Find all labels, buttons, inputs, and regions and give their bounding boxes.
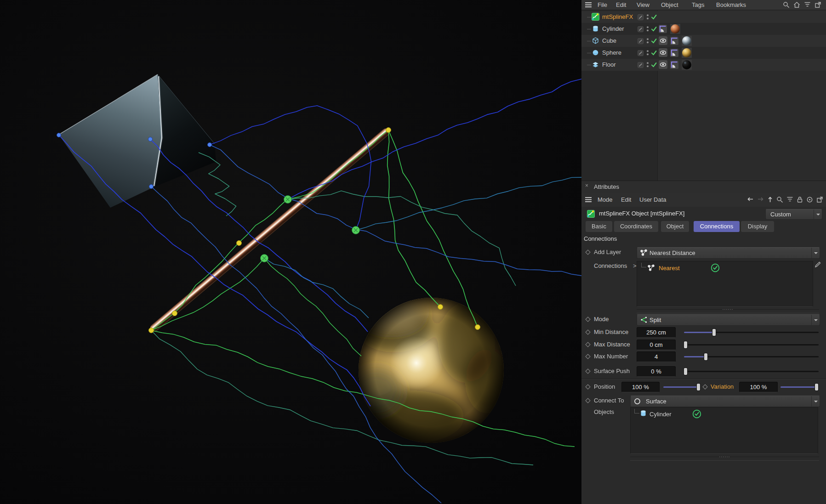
phong-tag-icon[interactable]	[670, 37, 678, 45]
enabled-check-icon[interactable]	[651, 26, 657, 32]
param-diamond[interactable]	[702, 384, 707, 389]
object-row-cube[interactable]: Cube	[581, 35, 826, 47]
phong-tag-icon[interactable]	[670, 49, 678, 57]
menu-bookmarks[interactable]: Bookmarks	[716, 0, 746, 10]
chevron-down-icon[interactable]	[814, 210, 822, 219]
menu-file[interactable]: File	[598, 0, 607, 10]
param-slider[interactable]	[684, 356, 819, 357]
hamburger-menu-icon[interactable]	[585, 2, 592, 8]
param-diamond[interactable]	[585, 354, 590, 359]
pencil-box-icon[interactable]	[638, 62, 644, 68]
chevron-down-icon[interactable]	[811, 315, 820, 325]
section-splitter[interactable]: ······	[637, 309, 819, 313]
pop-out-icon[interactable]	[816, 196, 823, 203]
object-name[interactable]: mtSplineFX	[602, 11, 633, 23]
enabled-check-icon[interactable]	[651, 50, 657, 56]
tab-connections[interactable]: Connections	[694, 221, 740, 232]
eye-icon[interactable]	[659, 48, 667, 57]
objects-item-cylinder[interactable]: Cylinder	[649, 411, 672, 418]
visibility-dots-icon[interactable]	[646, 38, 649, 44]
position-value[interactable]: 100 %	[621, 382, 660, 392]
pencil-box-icon[interactable]	[638, 38, 644, 44]
attr-menu-edit[interactable]: Edit	[621, 193, 631, 207]
param-diamond[interactable]	[585, 384, 590, 389]
position-slider-handle[interactable]	[697, 384, 700, 391]
hamburger-menu-icon[interactable]	[585, 197, 592, 203]
preset-dropdown[interactable]: Custom	[765, 209, 822, 220]
phong-tag-icon[interactable]	[670, 61, 678, 69]
tab-coordinates[interactable]: Coordinates	[614, 221, 658, 232]
material-black-icon[interactable]	[682, 60, 692, 70]
spline-endpoint-handle[interactable]	[475, 325, 480, 330]
object-row-cylinder[interactable]: Cylinder	[581, 23, 826, 35]
up-icon[interactable]	[767, 196, 773, 203]
enabled-check-icon[interactable]	[651, 38, 657, 44]
param-diamond[interactable]	[585, 398, 590, 403]
param-slider-handle[interactable]	[704, 353, 707, 360]
filter-icon[interactable]	[786, 196, 793, 203]
menu-view[interactable]: View	[637, 0, 649, 10]
home-icon[interactable]	[793, 1, 800, 8]
variation-value[interactable]: 100 %	[739, 382, 778, 392]
cube-point-handle[interactable]	[208, 143, 212, 147]
mtsplinefx-icon[interactable]	[592, 13, 599, 21]
pencil-box-icon[interactable]	[638, 26, 644, 32]
visibility-dots-icon[interactable]	[646, 26, 649, 32]
connection-layer-nearest[interactable]: Nearest	[659, 265, 680, 272]
eye-icon[interactable]	[659, 60, 667, 69]
menu-edit[interactable]: Edit	[616, 0, 626, 10]
mode-dropdown[interactable]: Split	[637, 314, 820, 326]
param-diamond[interactable]	[585, 329, 590, 334]
param-slider[interactable]	[684, 344, 819, 345]
sphere-icon[interactable]	[592, 49, 599, 57]
3d-viewport[interactable]	[0, 0, 581, 504]
back-icon[interactable]	[747, 196, 754, 203]
object-row-sphere[interactable]: Sphere	[581, 47, 826, 59]
material-silver-icon[interactable]	[682, 36, 692, 46]
eye-icon[interactable]	[659, 36, 667, 45]
visibility-dots-icon[interactable]	[646, 50, 649, 56]
enabled-check-circle-icon[interactable]	[692, 409, 701, 419]
param-diamond[interactable]	[585, 317, 590, 322]
edit-pencil-icon[interactable]	[814, 260, 822, 268]
attr-menu-mode[interactable]: Mode	[598, 193, 613, 207]
tab-basic[interactable]: Basic	[586, 221, 612, 232]
cube-point-handle[interactable]	[57, 133, 61, 137]
search-icon[interactable]	[776, 196, 783, 203]
param-slider-handle[interactable]	[684, 368, 687, 375]
object-name[interactable]: Cylinder	[602, 23, 624, 35]
spline-endpoint-handle[interactable]	[149, 328, 154, 333]
object-name[interactable]: Cube	[602, 35, 616, 47]
spline-endpoint-handle[interactable]	[386, 128, 391, 133]
material-gold-icon[interactable]	[682, 48, 692, 58]
param-slider[interactable]	[684, 371, 819, 372]
material-copper-icon[interactable]	[670, 24, 680, 34]
cube-point-handle[interactable]	[149, 185, 154, 189]
tab-display[interactable]: Display	[741, 221, 774, 232]
param-value-field[interactable]: 0 %	[637, 366, 676, 377]
object-row-mtsplinefx[interactable]: mtSplineFX	[581, 11, 826, 23]
pop-out-icon[interactable]	[815, 1, 821, 8]
add-layer-dropdown[interactable]: Nearest Distance	[637, 247, 820, 259]
target-icon[interactable]	[806, 196, 813, 203]
param-slider[interactable]	[684, 332, 819, 333]
forward-icon[interactable]	[757, 196, 764, 203]
variation-slider-handle[interactable]	[815, 384, 818, 391]
spline-endpoint-handle[interactable]	[172, 311, 177, 316]
connect-to-dropdown[interactable]: Surface	[630, 396, 820, 407]
variation-slider[interactable]	[780, 386, 818, 388]
search-icon[interactable]	[783, 1, 790, 8]
close-icon[interactable]: ×	[585, 182, 588, 189]
param-diamond[interactable]	[585, 368, 590, 374]
enabled-check-icon[interactable]	[651, 14, 657, 20]
visibility-dots-icon[interactable]	[646, 62, 649, 68]
param-slider-handle[interactable]	[712, 329, 716, 336]
spline-endpoint-handle[interactable]	[237, 241, 242, 246]
expander-icon[interactable]: >	[633, 262, 637, 269]
enabled-check-icon[interactable]	[651, 62, 657, 68]
phong-tag-icon[interactable]	[659, 25, 667, 33]
object-name[interactable]: Sphere	[602, 47, 621, 59]
param-value-field[interactable]: 4	[637, 351, 676, 362]
position-slider[interactable]	[663, 386, 700, 388]
param-diamond[interactable]	[585, 249, 590, 255]
